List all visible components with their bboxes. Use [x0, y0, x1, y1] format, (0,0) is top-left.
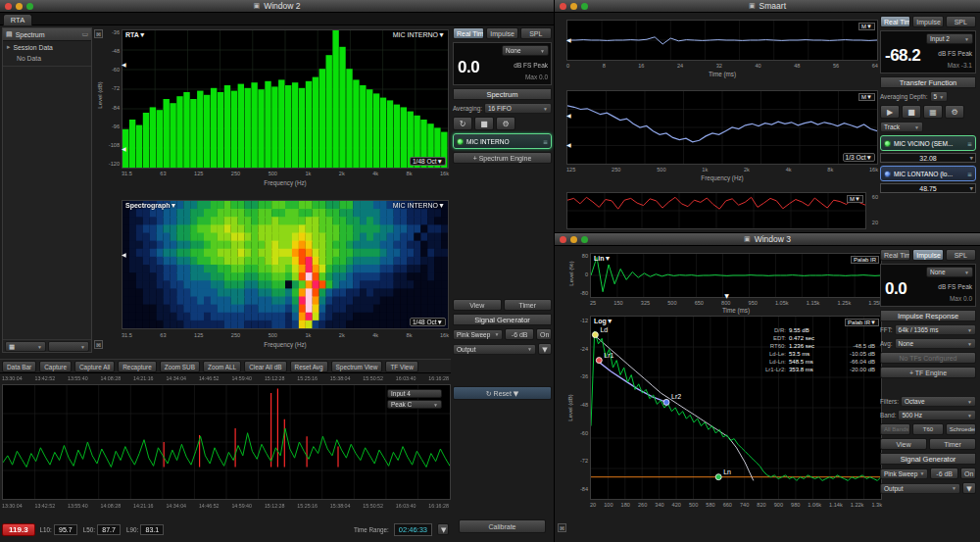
minimize-window-button[interactable] — [570, 236, 577, 243]
generator-level-button[interactable]: -6 dB — [505, 328, 534, 340]
mic-lontano-delay-value[interactable]: 48.75▼ — [880, 183, 976, 193]
lin-source-select[interactable]: Palab IR — [851, 256, 879, 264]
meter-input-select[interactable]: None▼ — [502, 45, 549, 56]
spectrograph-plot[interactable]: Spectrograph▼ MIC INTERNO▼ 1/48 Oct▼ ◀ — [122, 200, 449, 329]
tf-resolution-select[interactable]: 1/3 Oct▼ — [843, 153, 875, 162]
t60-button[interactable]: T60 — [912, 423, 943, 435]
spl-history-plot[interactable]: Input 4 Peak C▼ — [2, 384, 451, 500]
generator-level-button[interactable]: -6 dB — [930, 468, 958, 479]
rta-chart-title[interactable]: RTA▼ — [125, 31, 146, 38]
zoom-window-button[interactable] — [581, 3, 588, 10]
spl-button[interactable]: SPL — [520, 27, 552, 39]
coherence-mode-select[interactable]: M▼ — [847, 195, 863, 203]
toolbar-button[interactable]: Capture — [39, 361, 72, 372]
drag-handle-icon[interactable]: ≡ — [967, 171, 972, 177]
log-chart-title[interactable]: Log▼ — [594, 318, 613, 324]
window2-titlebar[interactable]: ▣ Window 2 — [0, 0, 554, 13]
timer-button[interactable]: Timer — [929, 438, 976, 450]
live-ir-plot[interactable]: M▼ ◀ — [566, 20, 878, 61]
minimize-window-button[interactable] — [570, 3, 577, 10]
spl-button[interactable]: SPL — [946, 16, 976, 27]
rta-spectrum-plot[interactable]: RTA▼ MIC INTERNO▼ 1/48 Oct▼ ◀ ◀ — [122, 29, 449, 169]
band-select[interactable]: 500 Hz▼ — [898, 410, 976, 420]
reset-button[interactable]: ↻ Reset ▼ — [453, 386, 552, 400]
minimize-window-button[interactable] — [16, 3, 23, 10]
mic-vicino-button[interactable]: MIC VICINO (SEM... ≡ — [880, 135, 976, 151]
toolbar-button[interactable]: TF View — [385, 361, 417, 372]
close-window-button[interactable] — [5, 3, 12, 10]
calibrate-button[interactable]: Calibrate — [459, 519, 546, 533]
output-options-button[interactable]: ▼ — [538, 343, 552, 355]
stop-button[interactable]: ■ — [474, 117, 494, 130]
toolbar-button[interactable]: Zoom ALL — [203, 361, 241, 372]
generator-type-select[interactable]: Pink Sweep▼ — [453, 329, 503, 340]
impulse-button[interactable]: Impulse — [912, 249, 943, 261]
add-spectrum-engine-button[interactable]: + Spectrum Engine — [453, 152, 552, 164]
drag-handle-icon[interactable]: ≡ — [967, 140, 972, 147]
stop-button[interactable]: ■ — [902, 105, 921, 119]
settings-button[interactable]: ⚙ — [496, 117, 515, 130]
layout-button[interactable]: ▦ — [923, 105, 943, 119]
threshold-cursor-icon[interactable]: ◀ — [122, 252, 126, 258]
spl-options-button[interactable]: ▼ — [437, 523, 449, 535]
settings-button[interactable]: ⚙ — [945, 105, 964, 119]
spectrograph-canvas[interactable] — [122, 201, 448, 328]
impulse-button[interactable]: Impulse — [486, 27, 517, 39]
threshold-cursor-icon[interactable]: ◀ — [122, 62, 126, 68]
log-source-select[interactable]: Palab IR▼ — [845, 319, 879, 326]
tf-magnitude-svg[interactable] — [567, 91, 877, 164]
generator-output-select[interactable]: Output▼ — [453, 344, 536, 355]
mic-lontano-button[interactable]: MIC LONTANO (lo... ≡ — [880, 166, 976, 181]
tab-rta[interactable]: RTA — [3, 14, 32, 25]
close-window-button[interactable] — [560, 236, 566, 243]
real-time-button[interactable]: Real Time — [880, 249, 910, 261]
play-button[interactable]: ▶ — [880, 105, 900, 119]
lin-ir-svg[interactable] — [591, 254, 881, 297]
averaging-depth-select[interactable]: 5▼ — [930, 91, 948, 102]
add-tf-engine-button[interactable]: + TF Engine — [880, 367, 976, 378]
spl-history-svg[interactable] — [3, 385, 450, 499]
toolbar-button[interactable]: Reset Avg — [290, 361, 328, 372]
live-ir-svg[interactable] — [567, 21, 877, 60]
all-bands-button[interactable]: All Bands — [880, 423, 910, 435]
output-options-button[interactable]: ▼ — [962, 482, 976, 494]
toolbar-button[interactable]: Spectrum View — [331, 361, 383, 372]
collapse-icon[interactable]: ▭ — [81, 30, 88, 38]
generator-on-button[interactable]: On — [536, 328, 552, 340]
view-button[interactable]: View — [453, 299, 502, 311]
input-mic-interno-button[interactable]: MIC INTERNO ≡ — [453, 133, 552, 149]
spectrograph-source-select[interactable]: MIC INTERNO▼ — [393, 202, 445, 209]
rta-spectrum-svg[interactable] — [122, 30, 448, 168]
sidebar-sort-select[interactable]: ▼ — [48, 341, 89, 352]
toolbar-button[interactable]: Zoom SUB — [160, 361, 200, 372]
real-time-button[interactable]: Real Time — [880, 16, 910, 27]
lin-ir-plot[interactable]: Lin▼ Palab IR ▼ — [590, 253, 882, 298]
coherence-svg[interactable] — [567, 193, 865, 228]
track-select[interactable]: Track▼ — [880, 122, 923, 132]
power-button[interactable]: ↻ — [453, 117, 472, 130]
coherence-plot[interactable]: M▼ — [566, 192, 866, 229]
drag-handle-icon[interactable]: ≡ — [543, 138, 548, 145]
meter-input-select[interactable]: None▼ — [926, 267, 973, 277]
spectrograph-resolution-select[interactable]: 1/48 Oct▼ — [410, 318, 446, 326]
spl-weighting-select[interactable]: Peak C▼ — [387, 400, 442, 409]
toolbar-button[interactable]: Capture All — [74, 361, 115, 372]
view-button[interactable]: View — [880, 438, 927, 450]
meter-input-select[interactable]: Input 2▼ — [926, 33, 973, 44]
close-pane-icon[interactable]: ⊠ — [558, 523, 566, 532]
averaging-select[interactable]: 16 FIFO▼ — [484, 103, 552, 114]
threshold-cursor-icon[interactable]: ◀ — [566, 37, 571, 43]
lin-chart-title[interactable]: Lin▼ — [594, 255, 611, 262]
mic-vicino-delay-value[interactable]: 32.08▼ — [880, 153, 976, 163]
playhead-marker-icon[interactable]: ▼ — [724, 293, 729, 299]
tf-magnitude-plot[interactable]: M▼ 1/3 Oct▼ ◀ ◀ — [566, 90, 878, 165]
close-pane-icon[interactable]: ⊠ — [94, 29, 103, 38]
generator-type-select[interactable]: Pink Sweep▼ — [880, 468, 928, 479]
avg-select[interactable]: None▼ — [895, 338, 977, 349]
generator-output-select[interactable]: Output▼ — [880, 483, 960, 494]
generator-on-button[interactable]: On — [960, 468, 976, 479]
schroeder-button[interactable]: Schroeder — [946, 423, 976, 435]
toolbar-button[interactable]: Data Bar — [2, 361, 36, 372]
toolbar-button[interactable]: Clear All dB — [244, 361, 286, 372]
zoom-window-button[interactable] — [26, 3, 33, 10]
